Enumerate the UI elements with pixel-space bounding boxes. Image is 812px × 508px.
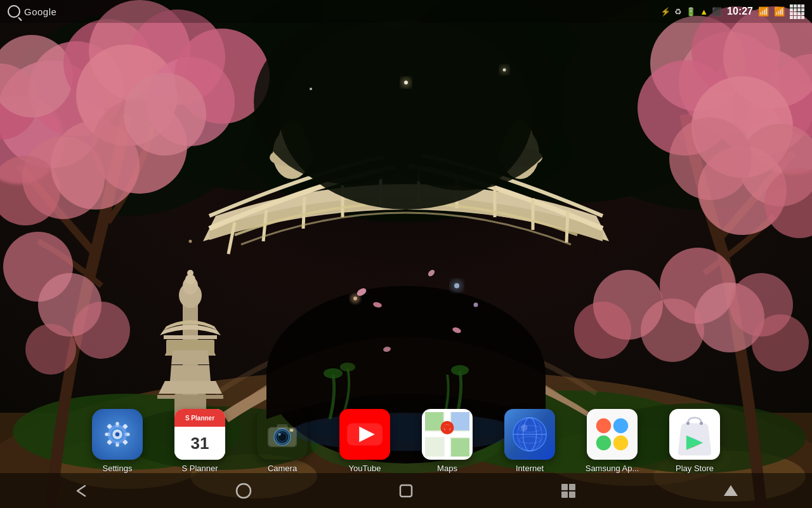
svg-point-82 (574, 302, 631, 359)
svg-rect-129 (290, 429, 294, 431)
svg-point-127 (278, 433, 280, 436)
svg-point-61 (73, 302, 130, 359)
time-display: 10:27 (727, 6, 753, 17)
svg-point-149 (596, 418, 611, 433)
svg-point-96 (189, 240, 192, 243)
app-settings[interactable]: Settings (79, 409, 155, 473)
app-playstore[interactable]: Play Store (657, 409, 733, 473)
svg-point-104 (324, 368, 343, 378)
svg-line-27 (566, 211, 568, 243)
svg-point-148 (521, 424, 528, 431)
nav-back-button[interactable] (72, 482, 90, 500)
wifi-icon: 📶 (758, 6, 769, 17)
splanner-label: S Planner (181, 464, 218, 473)
samsung-icon (587, 409, 638, 460)
nav-up-button[interactable] (722, 482, 740, 500)
svg-point-120 (115, 432, 120, 437)
status-icons: ⚡ ♻ 🔋 ▲ ⬛ (660, 7, 722, 17)
search-icon (8, 5, 20, 18)
app-internet[interactable]: Internet (492, 409, 568, 473)
app-maps[interactable]: Maps (409, 409, 485, 473)
svg-rect-137 (451, 438, 469, 457)
svg-point-158 (700, 422, 703, 425)
google-text: Google (24, 6, 56, 17)
playstore-icon (669, 409, 720, 460)
svg-point-105 (340, 363, 355, 371)
camera-icon (257, 409, 308, 460)
svg-point-95 (474, 303, 478, 307)
svg-point-79 (752, 314, 809, 371)
svg-rect-128 (277, 424, 287, 429)
charging-icon: ⬛ (712, 7, 722, 17)
svg-point-126 (280, 435, 284, 439)
svg-point-89 (500, 65, 509, 74)
calendar-header: S Planner (174, 409, 225, 427)
svg-rect-161 (561, 484, 568, 490)
svg-point-152 (613, 436, 628, 450)
search-bar[interactable]: Google (8, 5, 56, 18)
svg-point-106 (451, 365, 469, 375)
app-camera[interactable]: Camera (244, 409, 320, 473)
samsung-label: Samsung Ap... (586, 464, 639, 473)
calendar-day: 31 (174, 427, 225, 460)
app-splanner[interactable]: S Planner 31 S Planner (162, 409, 238, 473)
svg-point-92 (450, 279, 463, 292)
usb-icon: ⚡ (660, 7, 671, 17)
settings-icon (92, 409, 143, 460)
svg-point-42 (187, 270, 193, 276)
signal-icon: 📶 (774, 6, 785, 17)
maps-icon (422, 409, 473, 460)
status-bar: Google ⚡ ♻ 🔋 ▲ ⬛ 10:27 📶 📶 (0, 0, 812, 23)
svg-point-87 (401, 77, 411, 88)
svg-marker-165 (724, 485, 738, 496)
maps-label: Maps (437, 464, 457, 473)
battery-icon: 🔋 (686, 7, 696, 17)
svg-point-151 (596, 436, 611, 450)
playstore-label: Play Store (676, 464, 714, 473)
svg-point-153 (608, 430, 617, 439)
app-youtube[interactable]: YouTube (327, 409, 403, 473)
apps-grid-icon[interactable] (790, 4, 804, 19)
camera-label: Camera (268, 464, 297, 473)
settings-label: Settings (103, 464, 133, 473)
svg-point-74 (669, 117, 752, 200)
app-samsung[interactable]: Samsung Ap... (574, 409, 650, 473)
youtube-icon (339, 409, 390, 460)
nav-screenshot-button[interactable] (560, 482, 577, 500)
nav-bar (0, 473, 812, 508)
nav-recents-button[interactable] (397, 482, 415, 500)
status-left: Google (8, 5, 56, 18)
recycle-icon: ♻ (674, 7, 682, 17)
youtube-label: YouTube (348, 464, 381, 473)
svg-point-90 (310, 88, 312, 90)
nav-home-button[interactable] (235, 482, 252, 500)
svg-rect-164 (569, 491, 575, 498)
svg-rect-160 (400, 485, 412, 497)
svg-point-85 (362, 13, 565, 190)
app-dock: Settings S Planner 31 S Planner (0, 409, 812, 473)
svg-rect-162 (569, 484, 575, 490)
svg-point-58 (124, 73, 206, 156)
warning-icon: ▲ (700, 7, 708, 17)
svg-point-157 (686, 422, 690, 425)
status-right: ⚡ ♻ 🔋 ▲ ⬛ 10:27 📶 📶 (660, 4, 804, 19)
svg-point-62 (25, 324, 76, 375)
svg-point-150 (613, 418, 628, 433)
internet-label: Internet (516, 464, 544, 473)
splanner-icon: S Planner 31 (174, 409, 225, 460)
internet-icon (504, 409, 555, 460)
svg-rect-163 (561, 491, 568, 498)
svg-point-141 (445, 425, 450, 431)
svg-point-159 (237, 484, 251, 498)
